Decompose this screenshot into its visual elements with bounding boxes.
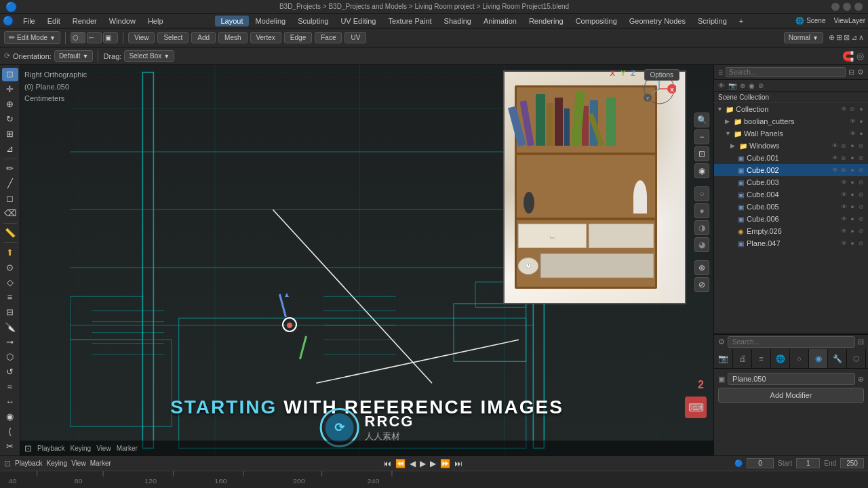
proportional-edit-icon[interactable]: ◎	[856, 51, 864, 61]
prop-render-icon[interactable]: 📷	[714, 349, 733, 368]
poly-build-tool[interactable]: ⬡	[2, 350, 18, 363]
tree-item-boolian[interactable]: ▶ 📁 boolian_cutters 👁 ●	[714, 115, 868, 127]
wall-render[interactable]: ●	[857, 130, 865, 137]
add-modifier-btn[interactable]: Add Modifier	[718, 388, 864, 403]
xray-toggle-btn[interactable]: ⊘	[694, 277, 709, 292]
tab-uv-editing[interactable]: UV Editing	[335, 16, 381, 26]
smooth-tool[interactable]: ≈	[2, 380, 18, 393]
handle-white[interactable]	[282, 317, 297, 332]
scale-tool[interactable]: ⊞	[2, 127, 18, 141]
view-btn[interactable]: View	[128, 32, 155, 43]
tree-item-cube006[interactable]: ▣ Cube.006 👁 ● ⊘	[714, 213, 868, 225]
transform-icon-4[interactable]: ⊿	[851, 33, 857, 42]
face-select-btn[interactable]: ▣	[103, 32, 118, 43]
cube003-extra[interactable]: ⊘	[857, 179, 865, 186]
menu-window[interactable]: Window	[104, 16, 141, 26]
tab-add[interactable]: +	[734, 16, 749, 26]
tree-item-empty026[interactable]: ◉ Empty.026 👁 ● ⊘	[714, 225, 868, 237]
face-btn[interactable]: Face	[315, 32, 342, 43]
jump-start-btn[interactable]: ⏮	[383, 459, 391, 468]
oi-cam[interactable]: 📷	[727, 81, 738, 90]
cube002-extra[interactable]: ⊘	[857, 167, 865, 174]
local-view-btn[interactable]: ◉	[694, 163, 709, 178]
vertex-btn[interactable]: Vertex	[250, 32, 281, 43]
vb-editor-type-icon[interactable]: ⊡	[24, 443, 32, 453]
overlay-toggle-btn[interactable]: ⊕	[694, 260, 709, 275]
tab-sculpting[interactable]: Sculpting	[292, 16, 334, 26]
obj-name-field[interactable]: Plane.050	[728, 373, 855, 385]
wall-vis[interactable]: 👁	[848, 130, 856, 137]
cube004-vis[interactable]: 👁	[840, 191, 848, 198]
cube001-extra[interactable]: ⊘	[857, 155, 865, 161]
transform-icon-1[interactable]: ⊕	[829, 33, 835, 42]
cube006-extra[interactable]: ⊘	[857, 216, 865, 222]
maximize-btn[interactable]	[843, 3, 851, 11]
props-filter[interactable]: ⊟	[858, 338, 864, 346]
vertex-select-btn[interactable]: ⬡	[71, 32, 85, 43]
vb-playback[interactable]: Playback	[37, 445, 65, 452]
next-frame-btn[interactable]: ▶	[430, 459, 436, 468]
edge-btn[interactable]: Edge	[284, 32, 312, 43]
prev-frame-btn[interactable]: ◀	[410, 459, 416, 468]
empty026-render[interactable]: ●	[848, 228, 856, 235]
drag-dropdown[interactable]: Select Box ▼	[124, 50, 174, 62]
annotate-tool[interactable]: ✏	[2, 162, 18, 176]
windows-extra[interactable]: ⊘	[857, 142, 865, 149]
measure-tool[interactable]: 📏	[2, 226, 18, 240]
normal-dropdown[interactable]: Normal ▼	[784, 32, 823, 43]
material-mode-btn[interactable]: ◑	[694, 220, 709, 235]
tab-texture-paint[interactable]: Texture Paint	[382, 16, 437, 26]
bevel-tool[interactable]: ◇	[2, 275, 18, 289]
edge-slide-tool[interactable]: ↔	[2, 394, 18, 408]
jump-end-btn[interactable]: ⏭	[454, 459, 462, 468]
frame-all-btn[interactable]: ⊡	[694, 146, 709, 161]
tab-geometry-nodes[interactable]: Geometry Nodes	[624, 16, 691, 26]
select-box-tool[interactable]: ⊡	[2, 68, 18, 81]
timeline-editor-icon[interactable]: ⊡	[4, 459, 11, 468]
snap-magnet-icon[interactable]: 🧲	[842, 51, 854, 62]
annotate-line-tool[interactable]: ╱	[2, 177, 18, 190]
tab-scripting[interactable]: Scripting	[692, 16, 732, 26]
transform-tool[interactable]: ⊿	[2, 142, 18, 156]
end-frame-input[interactable]	[840, 458, 864, 468]
tab-layout[interactable]: Layout	[215, 16, 248, 26]
cube003-vis[interactable]: 👁	[840, 179, 848, 186]
transform-icon-5[interactable]: ∧	[859, 33, 864, 42]
current-frame-input[interactable]	[747, 458, 774, 468]
knife-tool[interactable]: 🔪	[2, 320, 18, 333]
tab-animation[interactable]: Animation	[478, 16, 522, 26]
cube005-render[interactable]: ●	[848, 203, 856, 210]
empty026-vis[interactable]: 👁	[840, 228, 848, 235]
add-btn[interactable]: Add	[191, 32, 216, 43]
windows-icon2[interactable]: ⊕	[840, 142, 848, 149]
cube002-vis[interactable]: 👁	[831, 167, 839, 174]
tab-shading[interactable]: Shading	[439, 16, 477, 26]
prop-object-icon[interactable]: ◉	[809, 349, 828, 368]
loop-cut-tool[interactable]: ≡	[2, 290, 18, 304]
oi-render[interactable]: ⊕	[738, 81, 747, 90]
options-btn[interactable]: Options	[644, 69, 679, 81]
outliner-settings-icon[interactable]: ⚙	[857, 68, 864, 77]
start-frame-input[interactable]	[796, 458, 820, 468]
render-mode-btn[interactable]: ○	[694, 186, 709, 201]
select-btn[interactable]: Select	[157, 32, 189, 43]
uv-btn[interactable]: UV	[344, 32, 366, 43]
plane047-vis[interactable]: 👁	[840, 240, 848, 247]
collection-render[interactable]: ●	[857, 106, 865, 113]
minimize-btn[interactable]	[831, 3, 840, 11]
windows-render[interactable]: ●	[848, 142, 856, 149]
tree-item-windows[interactable]: ▶ 📁 Windows 👁 ⊕ ● ⊘	[714, 140, 868, 152]
mesh-btn[interactable]: Mesh	[218, 32, 247, 43]
bisect-tool[interactable]: ⊸	[2, 335, 18, 348]
shrink-fatten-tool[interactable]: ◉	[2, 409, 18, 423]
offset-edge-tool[interactable]: ⊟	[2, 305, 18, 319]
menu-file[interactable]: File	[18, 16, 41, 26]
boolian-vis[interactable]: 👁	[848, 118, 856, 125]
shear-tool[interactable]: ⟨	[2, 424, 18, 438]
mode-dropdown[interactable]: ✏ Edit Mode ▼	[4, 31, 60, 44]
plane047-extra[interactable]: ⊘	[857, 240, 865, 247]
oi-hide[interactable]: ⊘	[757, 81, 765, 90]
oi-view[interactable]: 👁	[717, 81, 726, 90]
tab-compositing[interactable]: Compositing	[570, 16, 623, 26]
play-btn[interactable]: ▶	[420, 459, 426, 468]
